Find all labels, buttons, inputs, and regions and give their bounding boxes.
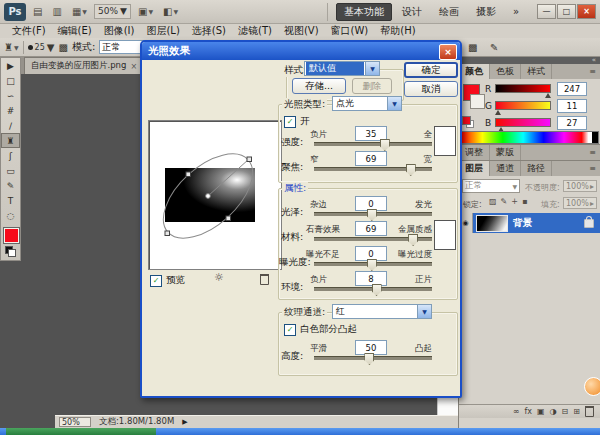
workspace-painting[interactable]: 绘画 [432, 4, 466, 20]
tab-layers[interactable]: 图层 [459, 161, 490, 176]
white-is-high-checkbox[interactable]: ✓ 白色部分凸起 [284, 323, 357, 336]
spectrum-black-swatch[interactable] [592, 132, 598, 143]
close-button[interactable]: × [577, 4, 596, 19]
layer-group-icon[interactable]: ⊟ [562, 407, 569, 416]
menu-filter[interactable]: 滤镜(T) [232, 24, 278, 38]
status-options-icon[interactable]: ▶ [182, 418, 187, 426]
toggle-clone-source-icon[interactable]: ✎ [490, 42, 498, 53]
light-handle[interactable] [165, 231, 170, 236]
screen-mode-icon[interactable]: ◧▼ [160, 6, 181, 17]
menu-edit[interactable]: 编辑(E) [52, 24, 98, 38]
tab-masks[interactable]: 蒙版 [490, 145, 521, 160]
minimize-button[interactable]: — [537, 4, 556, 19]
default-colors-icon[interactable] [5, 246, 14, 255]
clone-stamp-tool[interactable]: ♜ [1, 133, 20, 148]
green-value-field[interactable]: 11 [557, 99, 587, 113]
tab-close-icon[interactable]: × [130, 62, 137, 71]
dialog-title[interactable]: 光照效果 [142, 42, 460, 60]
ambience-slider[interactable] [314, 287, 432, 291]
panel-menu-icon[interactable]: ≡ [585, 161, 600, 176]
hand-tool[interactable]: ◌ [1, 208, 20, 223]
toggle-brush-panel-icon[interactable]: ▩ [58, 42, 67, 53]
eyedropper-tool[interactable]: ∕ [1, 118, 20, 133]
background-color-well[interactable] [470, 94, 485, 109]
panel-menu-icon[interactable]: ≡ [585, 64, 600, 79]
move-tool[interactable]: ▶ [1, 58, 20, 73]
light-handle[interactable] [226, 216, 231, 221]
tab-channels[interactable]: 通道 [490, 161, 521, 176]
workspace-overflow-icon[interactable]: » [506, 5, 526, 18]
layer-mask-icon[interactable]: ▣ [537, 407, 545, 416]
link-layers-icon[interactable]: ∞ [513, 407, 520, 416]
mini-bridge-icon[interactable]: ▥ [49, 6, 64, 17]
layer-thumbnail[interactable] [476, 215, 508, 232]
preview-checkbox[interactable]: ✓ 预览 [150, 274, 185, 287]
tab-color[interactable]: 颜色 [459, 64, 490, 79]
exposure-slider[interactable] [314, 262, 432, 266]
add-light-bulb-icon[interactable]: ☼ [214, 271, 224, 284]
view-extras-icon[interactable]: ▦▼ [69, 6, 90, 17]
brush-preset-picker[interactable]: 25 ▼ [28, 42, 55, 53]
light-handle[interactable] [247, 157, 252, 162]
dropdown-arrow-icon[interactable]: ▼ [387, 97, 401, 110]
dialog-close-icon[interactable]: × [439, 44, 457, 60]
mini-foreground-swatch[interactable] [462, 116, 471, 125]
menu-image[interactable]: 图像(I) [98, 24, 141, 38]
tab-paths[interactable]: 路径 [521, 161, 552, 176]
delete-style-button[interactable]: 删除 [352, 78, 392, 94]
material-slider[interactable] [314, 237, 432, 241]
blue-slider[interactable] [495, 118, 551, 127]
toggle-panels-icon[interactable]: ▩ [468, 42, 477, 53]
blend-mode-dropdown[interactable]: 正常▼ [462, 179, 520, 193]
layer-effects-icon[interactable]: fx [524, 407, 532, 416]
lock-all-icon[interactable]: ▪ [522, 197, 527, 206]
zoom-level-field[interactable]: 50%▼ [94, 4, 131, 19]
lasso-tool[interactable]: ∽ [1, 88, 20, 103]
menu-help[interactable]: 帮助(H) [374, 24, 421, 38]
red-slider[interactable] [495, 84, 551, 93]
rectangular-marquee-tool[interactable]: □ [1, 73, 20, 88]
bridge-icon[interactable]: ▤ [30, 6, 45, 17]
fill-field[interactable]: 100%▸ [563, 197, 597, 209]
document-tab[interactable]: 自由变换的应用图片.png × [24, 57, 144, 74]
lock-transparent-icon[interactable]: ▨ [489, 197, 497, 206]
lock-move-icon[interactable]: + [511, 197, 518, 206]
gloss-slider[interactable] [314, 212, 432, 216]
lighting-preview[interactable] [148, 120, 282, 270]
start-button-edge[interactable] [6, 428, 156, 435]
light-center-handle[interactable] [206, 194, 211, 199]
arrange-documents-icon[interactable]: ▣▼ [135, 6, 156, 17]
dropdown-arrow-icon[interactable]: ▼ [417, 305, 431, 318]
blue-value-field[interactable]: 27 [557, 116, 587, 130]
red-slider-thumb[interactable] [545, 93, 551, 98]
light-type-dropdown[interactable]: 点光 ▼ [332, 96, 402, 111]
status-zoom-field[interactable]: 50% [59, 417, 91, 427]
pen-tool[interactable]: ✎ [1, 178, 20, 193]
tab-adjustments[interactable]: 调整 [459, 145, 490, 160]
light-color-swatch[interactable] [434, 126, 456, 156]
layer-row-background[interactable]: ◉ 背景 [459, 213, 600, 233]
focus-slider[interactable] [314, 167, 432, 171]
delete-light-icon[interactable] [260, 274, 269, 285]
workspace-photography[interactable]: 摄影 [469, 4, 503, 20]
tab-swatches[interactable]: 色板 [490, 64, 521, 79]
menu-select[interactable]: 选择(S) [186, 24, 232, 38]
menu-file[interactable]: 文件(F) [6, 24, 52, 38]
tab-styles[interactable]: 样式 [521, 64, 552, 79]
type-tool[interactable]: T [1, 193, 20, 208]
light-handle[interactable] [186, 172, 191, 177]
crop-tool[interactable]: # [1, 103, 20, 118]
eraser-tool[interactable]: ▭ [1, 163, 20, 178]
intensity-slider[interactable] [314, 142, 432, 146]
green-slider[interactable] [495, 101, 551, 110]
light-on-checkbox[interactable]: ✓ 开 [284, 115, 310, 128]
style-dropdown[interactable]: 默认值 ▼ [304, 61, 380, 76]
panel-menu-icon[interactable]: ≡ [585, 145, 600, 160]
material-color-swatch[interactable] [434, 220, 456, 250]
menu-window[interactable]: 窗口(W) [325, 24, 375, 38]
delete-layer-icon[interactable] [585, 406, 594, 417]
cancel-button[interactable]: 取消 [404, 81, 458, 97]
red-value-field[interactable]: 247 [557, 82, 587, 96]
floating-badge[interactable] [584, 377, 600, 396]
color-spectrum-ramp[interactable] [461, 131, 599, 144]
